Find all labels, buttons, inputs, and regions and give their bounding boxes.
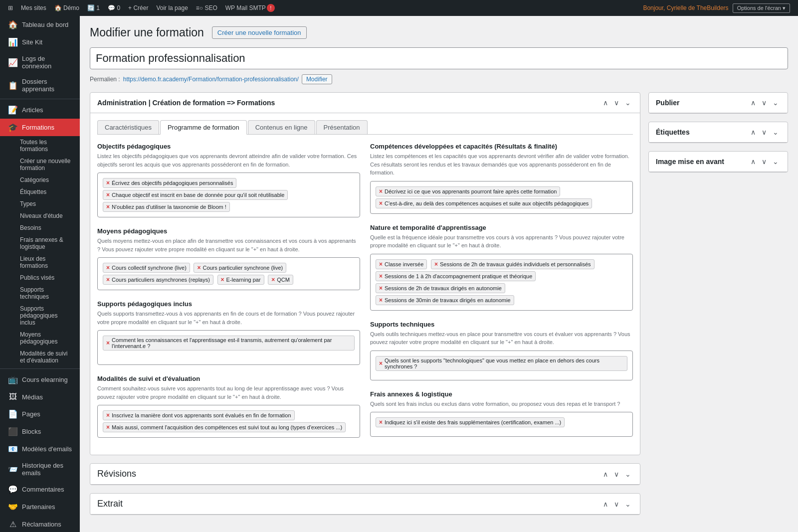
tag-modalites-2[interactable]: ×Mais aussi, comment l'acquisition des c… (103, 422, 346, 432)
sidebar-item-dashboard[interactable]: 🏠 Tableau de bord (0, 16, 80, 33)
new-formation-button[interactable]: Créer une nouvelle formation (212, 26, 307, 39)
sidebar-item-commentaires[interactable]: 💬 Commentaires (0, 481, 80, 498)
demo-menu[interactable]: 🏠 Démo (50, 0, 83, 16)
tag-nature-1[interactable]: ×Classe inversée (376, 259, 427, 269)
sidebar-item-site-kit[interactable]: 📊 Site Kit (0, 33, 80, 51)
tag-nature-5[interactable]: ×Sessions de 30min de travaux dirigés en… (376, 295, 514, 305)
view-page-link[interactable]: Voir la page (152, 0, 192, 16)
wp-mail-smtp-menu[interactable]: WP Mail SMTP ! (221, 0, 279, 16)
tag-supports-tech-1[interactable]: ×Quels sont les supports "technologiques… (376, 356, 627, 371)
tag-objectifs-3[interactable]: ×N'oubliez pas d'utiliser la taxonomie d… (103, 202, 230, 212)
sidebar-item-blocks[interactable]: ⬛ Blocks (0, 423, 80, 440)
tag-moyens-5[interactable]: ×QCM (268, 275, 293, 285)
tab-contenus-en-ligne[interactable]: Contenus en ligne (248, 120, 315, 134)
sidebar-item-partenaires[interactable]: 🤝 Partenaires (0, 498, 80, 516)
sidebar-item-supports-tech[interactable]: Supports techniques (0, 284, 80, 303)
publier-header[interactable]: Publier ∧ ∨ ⌄ (649, 93, 788, 113)
sidebar-item-supports-ped[interactable]: Supports pédagogiques inclus (0, 303, 80, 329)
tab-programme[interactable]: Programme de formation (160, 120, 247, 135)
mes-sites-menu[interactable]: Mes sites (17, 0, 50, 16)
sidebar-item-types[interactable]: Types (0, 198, 80, 210)
extrait-toggle[interactable]: ⌄ (623, 499, 633, 509)
sidebar-item-categories[interactable]: Catégories (0, 174, 80, 186)
etiquettes-toggle[interactable]: ⌄ (771, 127, 781, 137)
tag-moyens-1[interactable]: ×Cours collectif synchrone (live) (103, 263, 190, 273)
tags-moyens[interactable]: ×Cours collectif synchrone (live) ×Cours… (97, 257, 360, 290)
wp-logo[interactable]: ⊞ (4, 0, 17, 16)
tag-moyens-4[interactable]: ×E-learning par (217, 275, 264, 285)
revisions-metabox-header[interactable]: Révisions ∧ ∨ ⌄ (90, 464, 640, 485)
sidebar-item-modalites[interactable]: Modalités de suivi et d'évaluation (0, 348, 80, 366)
revisions-down[interactable]: ∨ (612, 469, 621, 479)
tag-modalites-1[interactable]: ×Inscrivez la manière dont vos apprenant… (103, 410, 295, 420)
tag-x-1[interactable]: × (106, 179, 110, 186)
image-down[interactable]: ∨ (760, 157, 769, 167)
sidebar-item-besoins[interactable]: Besoins (0, 222, 80, 234)
sidebar-item-historique-emails[interactable]: 📨 Historique des emails (0, 458, 80, 481)
tab-presentation[interactable]: Présentation (316, 120, 368, 134)
publier-down[interactable]: ∨ (760, 98, 769, 108)
revisions-toggle[interactable]: ⌄ (623, 469, 633, 479)
extrait-metabox-header[interactable]: Extrait ∧ ∨ ⌄ (90, 494, 640, 515)
tag-moyens-3[interactable]: ×Cours particuliers asynchrones (replays… (103, 275, 213, 285)
tag-frais-1[interactable]: ×Indiquez ici s'il existe des frais supp… (376, 417, 565, 427)
tag-competences-1[interactable]: ×Décrivez ici ce que vos apprenants pour… (376, 186, 560, 196)
tags-nature[interactable]: ×Classe inversée ×Sessions de 2h de trav… (370, 254, 633, 311)
image-header[interactable]: Image mise en avant ∧ ∨ ⌄ (649, 152, 788, 172)
publier-toggle[interactable]: ⌄ (771, 98, 781, 108)
metabox-collapse-down[interactable]: ∨ (612, 98, 621, 108)
screen-options-button[interactable]: Options de l'écran ▾ (733, 3, 790, 13)
image-toggle[interactable]: ⌄ (771, 157, 781, 167)
etiquettes-down[interactable]: ∨ (760, 127, 769, 137)
tag-nature-3[interactable]: ×Sessions de 1 à 2h d'accompagnement pra… (376, 271, 536, 281)
publier-up[interactable]: ∧ (749, 98, 758, 108)
tag-supports-ped-1[interactable]: ×Comment les connaissances et l'apprenti… (103, 336, 355, 351)
sidebar-item-lieux[interactable]: Lieux des formations (0, 253, 80, 272)
metabox-collapse-up[interactable]: ∧ (601, 98, 610, 108)
tag-x-3[interactable]: × (106, 203, 110, 210)
permalink-url[interactable]: https://demo.fr.academy/Formation/format… (123, 76, 299, 83)
extrait-down[interactable]: ∨ (612, 499, 621, 509)
tags-frais[interactable]: ×Indiquez ici s'il existe des frais supp… (370, 412, 633, 437)
tag-moyens-2[interactable]: ×Cours particulier synchrone (live) (194, 263, 286, 273)
extrait-up[interactable]: ∧ (601, 499, 610, 509)
new-content-menu[interactable]: + Créer (124, 0, 152, 16)
tag-objectifs-2[interactable]: ×Chaque objectif est inscrit en base de … (103, 190, 288, 200)
tab-caracteristiques[interactable]: Caractéristiques (97, 120, 159, 134)
metabox-toggle[interactable]: ⌄ (623, 98, 633, 108)
comments-menu[interactable]: 💬 0 (104, 0, 124, 16)
sidebar-item-etiquettes[interactable]: Étiquettes (0, 186, 80, 198)
tag-nature-2[interactable]: ×Sessions de 2h de travaux guidés indivi… (431, 259, 595, 269)
sidebar-item-moyens-ped[interactable]: Moyens pédagogiques (0, 329, 80, 348)
main-metabox-header[interactable]: Administration | Création de formation =… (90, 93, 640, 113)
tags-supports-ped[interactable]: ×Comment les connaissances et l'apprenti… (97, 330, 360, 365)
image-up[interactable]: ∧ (749, 157, 758, 167)
tag-nature-4[interactable]: ×Sessions de 2h de travaux dirigés en au… (376, 283, 505, 293)
tags-competences[interactable]: ×Décrivez ici ce que vos apprenants pour… (370, 181, 633, 214)
sidebar-item-reclamations[interactable]: ⚠ Réclamations (0, 516, 80, 532)
permalink-modifier-button[interactable]: Modifier (302, 74, 332, 84)
tag-x-2[interactable]: × (106, 191, 110, 198)
sidebar-item-formations[interactable]: 🎓 Formations (0, 119, 80, 136)
sidebar-item-pages[interactable]: 📄 Pages (0, 405, 80, 423)
sidebar-item-toutes-formations[interactable]: Toutes les formations (0, 136, 80, 155)
updates-menu[interactable]: 🔄 1 (83, 0, 104, 16)
sidebar-item-modeles-emails[interactable]: 📧 Modèles d'emails (0, 440, 80, 458)
sidebar-item-niveaux[interactable]: Niveaux d'étude (0, 210, 80, 222)
sidebar-item-logs[interactable]: 📈 Logs de connexion (0, 51, 80, 74)
formation-title-input[interactable] (90, 47, 788, 69)
etiquettes-header[interactable]: Étiquettes ∧ ∨ ⌄ (649, 122, 788, 143)
sidebar-item-frais[interactable]: Frais annexes & logistique (0, 234, 80, 253)
sidebar-item-articles[interactable]: 📝 Articles (0, 101, 80, 119)
tag-objectifs-1[interactable]: ×Écrivez des objectifs pédagogiques pers… (103, 178, 236, 188)
sidebar-item-elearning[interactable]: 📺 Cours elearning (0, 371, 80, 388)
tags-supports-tech[interactable]: ×Quels sont les supports "technologiques… (370, 351, 633, 380)
tags-objectifs[interactable]: ×Écrivez des objectifs pédagogiques pers… (97, 173, 360, 217)
sidebar-item-medias[interactable]: 🖼 Médias (0, 388, 80, 405)
revisions-up[interactable]: ∧ (601, 469, 610, 479)
sidebar-item-publics[interactable]: Publics visés (0, 272, 80, 284)
seo-menu[interactable]: ≡○ SEO (192, 0, 221, 16)
tag-competences-2[interactable]: ×C'est-à-dire, au delà des compétences a… (376, 198, 592, 208)
etiquettes-up[interactable]: ∧ (749, 127, 758, 137)
sidebar-item-creer-formation[interactable]: Créer une nouvelle formation (0, 155, 80, 174)
